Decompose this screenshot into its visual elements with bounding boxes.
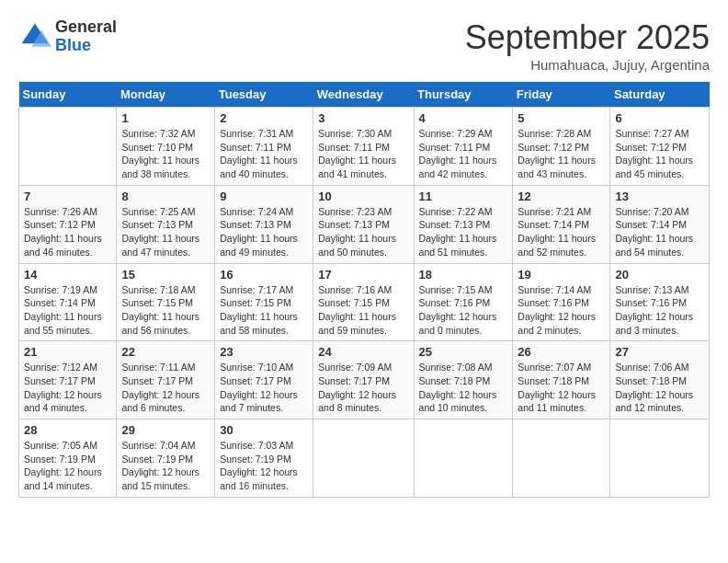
day-info: Sunrise: 7:23 AM Sunset: 7:13 PM Dayligh…: [318, 205, 408, 259]
calendar-cell: 25Sunrise: 7:08 AM Sunset: 7:18 PM Dayli…: [414, 341, 513, 419]
day-info: Sunrise: 7:03 AM Sunset: 7:19 PM Dayligh…: [220, 439, 308, 493]
calendar-cell: 5Sunrise: 7:28 AM Sunset: 7:12 PM Daylig…: [513, 108, 610, 186]
day-number: 20: [615, 268, 704, 282]
calendar-cell: 11Sunrise: 7:22 AM Sunset: 7:13 PM Dayli…: [414, 185, 513, 263]
calendar-cell: 10Sunrise: 7:23 AM Sunset: 7:13 PM Dayli…: [313, 185, 414, 263]
calendar-cell: 14Sunrise: 7:19 AM Sunset: 7:14 PM Dayli…: [19, 263, 117, 341]
calendar-cell: 21Sunrise: 7:12 AM Sunset: 7:17 PM Dayli…: [19, 341, 117, 419]
day-info: Sunrise: 7:19 AM Sunset: 7:14 PM Dayligh…: [24, 283, 111, 338]
day-info: Sunrise: 7:22 AM Sunset: 7:13 PM Dayligh…: [419, 205, 508, 259]
day-info: Sunrise: 7:28 AM Sunset: 7:12 PM Dayligh…: [518, 127, 605, 181]
calendar-week-5: 28Sunrise: 7:05 AM Sunset: 7:19 PM Dayli…: [19, 419, 710, 498]
logo-general: General: [55, 18, 117, 37]
calendar-cell: [414, 419, 513, 498]
calendar-cell: 28Sunrise: 7:05 AM Sunset: 7:19 PM Dayli…: [19, 419, 117, 498]
calendar-cell: 1Sunrise: 7:32 AM Sunset: 7:10 PM Daylig…: [117, 108, 215, 186]
calendar-cell: 12Sunrise: 7:21 AM Sunset: 7:14 PM Dayli…: [513, 185, 610, 263]
day-info: Sunrise: 7:18 AM Sunset: 7:15 PM Dayligh…: [121, 283, 210, 338]
calendar-cell: 13Sunrise: 7:20 AM Sunset: 7:14 PM Dayli…: [610, 185, 710, 263]
calendar-cell: 7Sunrise: 7:26 AM Sunset: 7:12 PM Daylig…: [19, 185, 117, 263]
day-number: 12: [518, 190, 605, 203]
day-number: 25: [419, 345, 508, 359]
day-number: 27: [615, 345, 704, 359]
day-number: 5: [518, 111, 605, 125]
day-number: 10: [318, 190, 408, 203]
month-title: September 2025: [465, 18, 710, 57]
calendar-week-3: 14Sunrise: 7:19 AM Sunset: 7:14 PM Dayli…: [19, 263, 710, 341]
calendar-cell: [513, 419, 610, 498]
day-info: Sunrise: 7:27 AM Sunset: 7:12 PM Dayligh…: [615, 127, 704, 181]
calendar-cell: 24Sunrise: 7:09 AM Sunset: 7:17 PM Dayli…: [313, 341, 414, 419]
day-number: 18: [419, 268, 508, 282]
day-header-thursday: Thursday: [414, 82, 513, 108]
calendar-cell: 3Sunrise: 7:30 AM Sunset: 7:11 PM Daylig…: [313, 108, 414, 186]
day-header-friday: Friday: [513, 82, 610, 108]
day-number: 24: [318, 345, 408, 359]
day-info: Sunrise: 7:04 AM Sunset: 7:19 PM Dayligh…: [121, 439, 210, 493]
day-header-monday: Monday: [117, 82, 215, 108]
calendar-cell: 16Sunrise: 7:17 AM Sunset: 7:15 PM Dayli…: [215, 263, 313, 341]
calendar-cell: 9Sunrise: 7:24 AM Sunset: 7:13 PM Daylig…: [215, 185, 313, 263]
day-info: Sunrise: 7:07 AM Sunset: 7:18 PM Dayligh…: [518, 361, 605, 415]
title-section: September 2025 Humahuaca, Jujuy, Argenti…: [465, 18, 710, 73]
day-info: Sunrise: 7:21 AM Sunset: 7:14 PM Dayligh…: [518, 205, 605, 259]
day-number: 14: [24, 268, 111, 282]
calendar-week-1: 1Sunrise: 7:32 AM Sunset: 7:10 PM Daylig…: [19, 108, 710, 186]
day-info: Sunrise: 7:32 AM Sunset: 7:10 PM Dayligh…: [121, 127, 210, 181]
calendar-cell: 29Sunrise: 7:04 AM Sunset: 7:19 PM Dayli…: [117, 419, 215, 498]
day-number: 2: [220, 111, 308, 125]
day-header-saturday: Saturday: [610, 82, 710, 108]
page-header: General Blue September 2025 Humahuaca, J…: [18, 18, 710, 73]
logo-blue: Blue: [55, 37, 117, 55]
calendar-cell: [313, 419, 414, 498]
calendar-cell: 2Sunrise: 7:31 AM Sunset: 7:11 PM Daylig…: [215, 108, 313, 186]
calendar-week-4: 21Sunrise: 7:12 AM Sunset: 7:17 PM Dayli…: [19, 341, 710, 419]
day-number: 13: [615, 190, 704, 203]
day-info: Sunrise: 7:25 AM Sunset: 7:13 PM Dayligh…: [121, 205, 210, 259]
day-number: 15: [121, 268, 210, 282]
day-number: 3: [318, 111, 408, 125]
day-info: Sunrise: 7:24 AM Sunset: 7:13 PM Dayligh…: [220, 205, 308, 259]
day-number: 11: [419, 190, 508, 203]
day-info: Sunrise: 7:17 AM Sunset: 7:15 PM Dayligh…: [220, 283, 308, 338]
day-number: 28: [24, 423, 111, 437]
calendar-cell: 23Sunrise: 7:10 AM Sunset: 7:17 PM Dayli…: [215, 341, 313, 419]
logo-text: General Blue: [55, 18, 117, 55]
calendar-cell: 6Sunrise: 7:27 AM Sunset: 7:12 PM Daylig…: [610, 108, 710, 186]
day-number: 30: [220, 423, 308, 437]
calendar-cell: 26Sunrise: 7:07 AM Sunset: 7:18 PM Dayli…: [513, 341, 610, 419]
day-info: Sunrise: 7:26 AM Sunset: 7:12 PM Dayligh…: [24, 205, 111, 259]
calendar-cell: [19, 108, 117, 186]
day-info: Sunrise: 7:20 AM Sunset: 7:14 PM Dayligh…: [615, 205, 704, 259]
calendar-cell: 20Sunrise: 7:13 AM Sunset: 7:16 PM Dayli…: [610, 263, 710, 341]
calendar-cell: 17Sunrise: 7:16 AM Sunset: 7:15 PM Dayli…: [313, 263, 414, 341]
day-number: 22: [121, 345, 210, 359]
day-number: 6: [615, 111, 704, 125]
calendar-cell: 30Sunrise: 7:03 AM Sunset: 7:19 PM Dayli…: [215, 419, 313, 498]
day-header-sunday: Sunday: [19, 82, 117, 108]
day-info: Sunrise: 7:13 AM Sunset: 7:16 PM Dayligh…: [615, 283, 704, 338]
calendar-cell: 27Sunrise: 7:06 AM Sunset: 7:18 PM Dayli…: [610, 341, 710, 419]
day-number: 17: [318, 268, 408, 282]
day-number: 16: [220, 268, 308, 282]
location-subtitle: Humahuaca, Jujuy, Argentina: [465, 57, 710, 73]
day-number: 8: [121, 190, 210, 203]
day-info: Sunrise: 7:06 AM Sunset: 7:18 PM Dayligh…: [615, 361, 704, 415]
calendar-cell: 18Sunrise: 7:15 AM Sunset: 7:16 PM Dayli…: [414, 263, 513, 341]
calendar-cell: 15Sunrise: 7:18 AM Sunset: 7:15 PM Dayli…: [117, 263, 215, 341]
day-info: Sunrise: 7:31 AM Sunset: 7:11 PM Dayligh…: [220, 127, 308, 181]
calendar-cell: 4Sunrise: 7:29 AM Sunset: 7:11 PM Daylig…: [414, 108, 513, 186]
calendar-cell: [610, 419, 710, 498]
logo: General Blue: [18, 18, 117, 55]
calendar-cell: 22Sunrise: 7:11 AM Sunset: 7:17 PM Dayli…: [117, 341, 215, 419]
day-number: 9: [220, 190, 308, 203]
day-info: Sunrise: 7:16 AM Sunset: 7:15 PM Dayligh…: [318, 283, 408, 338]
day-header-tuesday: Tuesday: [215, 82, 313, 108]
logo-icon: [18, 20, 51, 53]
calendar-table: SundayMondayTuesdayWednesdayThursdayFrid…: [18, 82, 710, 498]
day-number: 7: [24, 190, 111, 203]
day-number: 1: [121, 111, 210, 125]
day-info: Sunrise: 7:11 AM Sunset: 7:17 PM Dayligh…: [121, 361, 210, 415]
calendar-week-2: 7Sunrise: 7:26 AM Sunset: 7:12 PM Daylig…: [19, 185, 710, 263]
day-number: 19: [518, 268, 605, 282]
